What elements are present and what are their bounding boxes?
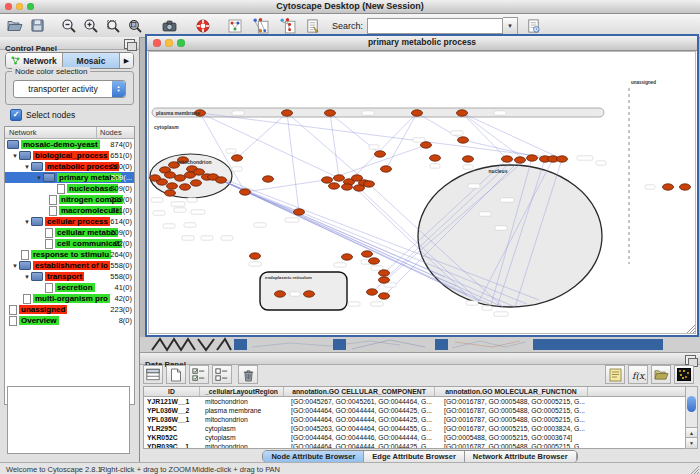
graph-node[interactable]	[557, 156, 568, 162]
tree-row[interactable]: nucleobase-209(0)	[5, 183, 134, 194]
help-button[interactable]	[193, 16, 213, 36]
tree-row[interactable]: Overview8(0)	[5, 315, 134, 326]
import-attributes-button[interactable]	[651, 365, 671, 384]
annotation-button[interactable]	[302, 16, 322, 36]
browser-tab[interactable]: Network Attribute Browser	[465, 451, 577, 462]
new-attribute-button[interactable]	[166, 365, 186, 384]
graph-node[interactable]	[282, 110, 293, 116]
layout-button-2[interactable]	[277, 16, 297, 36]
save-session-button[interactable]	[27, 16, 47, 36]
graph-node[interactable]	[167, 183, 178, 189]
graph-node[interactable]	[364, 181, 375, 187]
graph-node[interactable]	[362, 251, 373, 257]
network-canvas[interactable]: plasma membranecytoplasmmitochondrionnuc…	[148, 51, 696, 334]
graph-node[interactable]	[325, 110, 336, 116]
graph-node[interactable]	[329, 183, 340, 189]
table-row[interactable]: YPL036W__1mitochondrion[GO:0044464, GO:0…	[144, 415, 685, 424]
tree-row[interactable]: cell communicat22(0)	[5, 238, 134, 249]
expand-arrow-icon[interactable]: ▼	[11, 153, 19, 159]
graph-node[interactable]	[250, 253, 261, 259]
graph-node[interactable]	[165, 190, 176, 196]
tree-row[interactable]: mosaic-demo-yeast874(0)	[5, 139, 134, 150]
function-builder-button[interactable]: f(x)	[628, 365, 648, 384]
column-header[interactable]: annotation.GO CELLULAR_COMPONENT	[284, 387, 435, 396]
birds-eye-view[interactable]	[7, 386, 130, 454]
zoom-out-button[interactable]	[59, 16, 79, 36]
tree-row[interactable]: unassigned223(0)	[5, 304, 134, 315]
tree-row[interactable]: response to stimulu264(0)	[5, 249, 134, 260]
graph-node[interactable]	[180, 184, 191, 190]
column-header[interactable]: _cellularLayoutRegion	[200, 387, 284, 396]
expand-arrow-icon[interactable]: ▼	[35, 175, 43, 181]
graph-node[interactable]	[502, 156, 513, 162]
graph-node[interactable]	[379, 293, 390, 299]
graph-node[interactable]	[232, 155, 243, 161]
graph-node[interactable]	[322, 177, 333, 183]
graph-node[interactable]	[367, 289, 378, 295]
graph-node[interactable]	[379, 270, 390, 276]
graph-node[interactable]	[342, 254, 353, 260]
graph-node[interactable]	[334, 175, 345, 181]
zoom-selected-button[interactable]	[125, 16, 145, 36]
node-color-dropdown[interactable]: transporter activity ▲▼	[13, 80, 126, 98]
network-window-titlebar[interactable]: primary metabolic process	[147, 36, 697, 51]
zoom-fit-button[interactable]	[103, 16, 123, 36]
graph-node[interactable]	[457, 110, 468, 116]
attribute-table[interactable]: ID_cellularLayoutRegionannotation.GO CEL…	[143, 386, 686, 449]
graph-node[interactable]	[430, 155, 441, 161]
graph-node[interactable]	[412, 110, 423, 116]
annotation-note-button[interactable]	[605, 365, 625, 384]
browser-tab[interactable]: Node Attribute Browser	[263, 451, 364, 462]
select-attributes-button[interactable]	[189, 365, 209, 384]
graph-node[interactable]	[458, 137, 469, 143]
zoom-in-button[interactable]	[81, 16, 101, 36]
graph-node[interactable]	[527, 155, 538, 161]
expand-arrow-icon[interactable]: ▼	[11, 263, 19, 269]
select-nodes-checkbox[interactable]: ✓	[10, 109, 22, 121]
tree-row[interactable]: macromolecule311(0)	[5, 205, 134, 216]
browser-tab[interactable]: Edge Attribute Browser	[364, 451, 464, 462]
attribute-table-button[interactable]	[143, 365, 163, 384]
table-row[interactable]: YDR039C__1mitochondrion[GO:0044464, GO:0…	[144, 442, 685, 449]
graph-node[interactable]	[421, 142, 432, 148]
graph-node[interactable]	[294, 209, 305, 215]
graph-node[interactable]	[354, 185, 365, 191]
graph-node[interactable]	[663, 184, 674, 190]
network-overview-button[interactable]	[225, 16, 245, 36]
tree-row[interactable]: ▼metabolic process280(0)	[5, 161, 134, 172]
graph-node[interactable]	[275, 291, 286, 297]
tree-row[interactable]: ▼establishment of lo558(0)	[5, 260, 134, 271]
tree-row[interactable]: ▼transport558(0)	[5, 271, 134, 282]
tree-row[interactable]: ▼cellular process614(0)	[5, 216, 134, 227]
save-session-as-button[interactable]	[523, 16, 543, 36]
layout-button-1[interactable]	[250, 16, 270, 36]
graph-node[interactable]	[191, 180, 202, 186]
table-row[interactable]: YLR295Ccytoplasm[GO:0045263, GO:0044464,…	[144, 424, 685, 433]
expand-arrow-icon[interactable]: ▼	[23, 274, 31, 280]
resize-grip-icon[interactable]	[689, 464, 699, 474]
table-row[interactable]: YPL036W__2plasma membrane[GO:0044464, GO…	[144, 406, 685, 415]
tree-row[interactable]: cellular metabo209(0)	[5, 227, 134, 238]
expand-arrow-icon[interactable]: ▼	[23, 219, 31, 225]
snapshot-button[interactable]	[159, 16, 179, 36]
graph-node[interactable]	[381, 166, 392, 172]
graph-node[interactable]	[680, 184, 691, 190]
graph-node[interactable]	[165, 172, 176, 178]
graph-node[interactable]	[342, 184, 353, 190]
attribute-matrix-button[interactable]	[674, 365, 694, 384]
unselect-attributes-button[interactable]	[212, 365, 232, 384]
network-graph[interactable]: plasma membranecytoplasmmitochondrionnuc…	[149, 52, 696, 334]
graph-node[interactable]	[150, 175, 161, 181]
graph-node[interactable]	[194, 169, 205, 175]
tab-network[interactable]: Network	[6, 53, 63, 68]
open-session-button[interactable]	[5, 16, 25, 36]
tab-mosaic[interactable]: Mosaic	[63, 53, 120, 68]
graph-node[interactable]	[369, 258, 380, 264]
graph-node[interactable]	[515, 157, 526, 163]
search-dropdown-button[interactable]: ▼	[503, 17, 518, 35]
graph-node[interactable]	[375, 151, 386, 157]
tree-row[interactable]: secretion41(0)	[5, 282, 134, 293]
tree-row[interactable]: ▼primary metabo209(...	[5, 172, 134, 183]
graph-node[interactable]	[263, 176, 274, 182]
column-header[interactable]: ID	[144, 387, 200, 396]
